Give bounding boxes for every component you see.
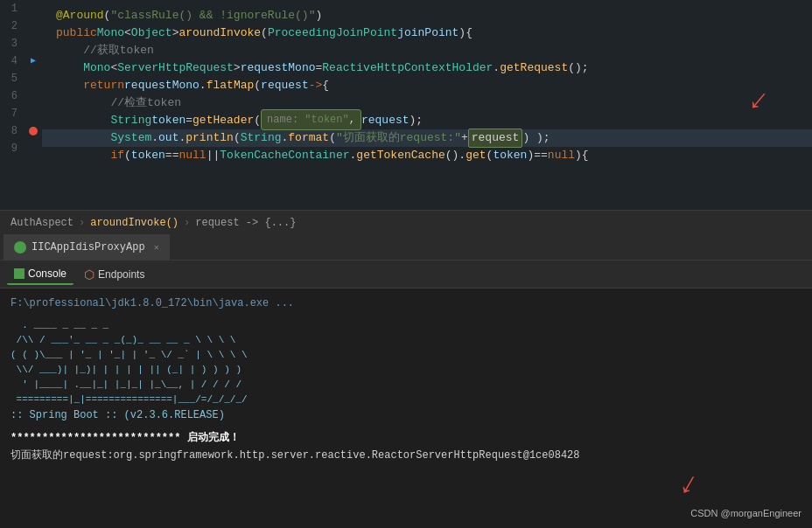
code-line-1: @Around("classRule() && !ignoreRule()") bbox=[42, 7, 812, 24]
code-line-3: //获取token bbox=[42, 42, 812, 59]
code-editor: 1 2 3 4 ▶ 5 bbox=[0, 0, 812, 210]
code-line-5: return requestMono.flatMap(request -> { bbox=[42, 77, 812, 94]
line-number: 1 bbox=[0, 0, 24, 17]
endpoints-button[interactable]: ⬡ Endpoints bbox=[77, 264, 151, 285]
code-line-7: String token = getHeader( name: "token",… bbox=[42, 112, 812, 129]
tab-bar: IICAppIdisProxyApp ✕ bbox=[0, 234, 812, 261]
spring-boot-art: . ____ _ __ _ _ /\\ / ___'_ __ _ _(_)_ _… bbox=[10, 318, 802, 407]
code-line-4: Mono<ServerHttpRequest> requestMono = Re… bbox=[42, 59, 812, 77]
code-line-9: if (token == null || TokenCacheContainer… bbox=[42, 147, 812, 164]
breadcrumb-sep1: › bbox=[79, 217, 85, 229]
endpoints-icon: ⬡ bbox=[84, 267, 94, 281]
line-number: 3 bbox=[0, 35, 24, 52]
breadcrumb-lambda: request -> {...} bbox=[195, 217, 296, 229]
tab-label: IICAppIdisProxyApp bbox=[32, 241, 145, 254]
line-number: 8 bbox=[0, 122, 24, 140]
console-toolbar: Console ⬡ Endpoints bbox=[0, 261, 812, 288]
breadcrumb-sep2: › bbox=[184, 217, 190, 229]
spring-art-line-4: \\/ ___)| |_)| | | | | || (_| | ) ) ) ) bbox=[10, 363, 802, 378]
line-number: 4 bbox=[0, 52, 24, 70]
success-line: *************************** 启动完成！ bbox=[10, 430, 802, 446]
code-display: @Around("classRule() && !ignoreRule()") … bbox=[42, 0, 812, 210]
app-tab[interactable]: IICAppIdisProxyApp ✕ bbox=[4, 234, 171, 261]
spring-art-line-6: =========|_|===============|___/=/_/_/_/ bbox=[10, 393, 802, 407]
console-label: Console bbox=[28, 267, 66, 280]
spring-art-line-1: . ____ _ __ _ _ bbox=[10, 318, 802, 333]
tab-icon bbox=[14, 241, 26, 254]
watermark: CSDN @morganEngineer bbox=[690, 505, 802, 521]
line-number: 6 bbox=[0, 87, 24, 105]
tab-close-button[interactable]: ✕ bbox=[154, 242, 159, 253]
breadcrumb: AuthAspect › aroundInvoke() › request ->… bbox=[0, 210, 812, 234]
console-icon bbox=[14, 268, 24, 279]
breadcrumb-class: AuthAspect bbox=[10, 217, 74, 229]
red-arrow-console: ↓ bbox=[676, 474, 701, 497]
gutter-arrow-icon[interactable]: ▶ bbox=[24, 52, 42, 70]
console-path-line: F:\professional\jdk1.8.0_172\bin\java.ex… bbox=[10, 295, 802, 311]
spring-art-line-5: ' |____| .__|_| |_|_| |_\__, | / / / / bbox=[10, 378, 802, 393]
code-line-6: //检查token bbox=[42, 94, 812, 112]
breakpoint-indicator[interactable] bbox=[29, 127, 38, 135]
breadcrumb-method: aroundInvoke() bbox=[90, 217, 178, 229]
spring-art-line-2: /\\ / ___'_ __ _ _(_)_ __ __ _ \ \ \ \ bbox=[10, 333, 802, 348]
spring-art-line-3: ( ( )\___ | '_ | '_| | '_ \/ _` | \ \ \ … bbox=[10, 348, 802, 363]
console-output[interactable]: F:\professional\jdk1.8.0_172\bin\java.ex… bbox=[0, 288, 812, 528]
code-line-8: System.out.println(String.format("切面获取的r… bbox=[42, 129, 812, 147]
line-number: 2 bbox=[0, 17, 24, 35]
request-line: 切面获取的request:org.springframework.http.se… bbox=[10, 448, 802, 463]
endpoints-label: Endpoints bbox=[98, 268, 144, 281]
code-line-2: public Mono<Object> aroundInvoke(Proceed… bbox=[42, 24, 812, 42]
spring-version-line: :: Spring Boot :: (v2.3.6.RELEASE) bbox=[10, 407, 802, 423]
line-number: 9 bbox=[0, 140, 24, 157]
console-button[interactable]: Console bbox=[7, 264, 74, 285]
line-number: 5 bbox=[0, 70, 24, 87]
line-number: 7 bbox=[0, 105, 24, 122]
